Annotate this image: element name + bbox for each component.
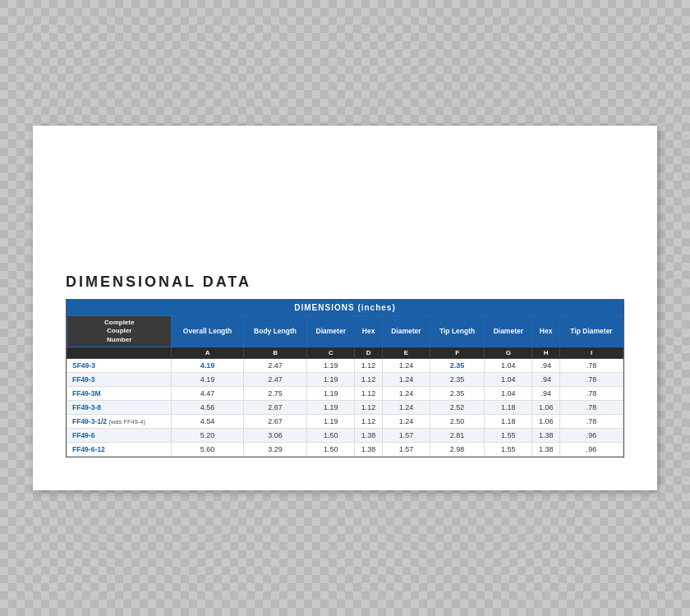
value-cell: 2.81 (430, 429, 485, 443)
value-cell: 1.24 (382, 373, 430, 387)
value-cell: 1.38 (532, 443, 560, 457)
value-cell: 1.55 (485, 443, 532, 457)
dimensional-table: CompleteCouplerNumber Overall Length Bod… (67, 315, 623, 457)
value-cell: 1.57 (382, 429, 430, 443)
coupler-name-cell: FF49-3M (67, 387, 172, 401)
value-cell: 1.18 (485, 415, 532, 429)
value-cell: 3.29 (243, 443, 307, 457)
value-cell: .78 (560, 359, 623, 373)
value-cell: 1.12 (355, 415, 383, 429)
value-cell: 1.55 (485, 429, 532, 443)
value-cell: 2.35 (430, 359, 485, 373)
value-cell: 1.12 (355, 373, 383, 387)
value-cell: 1.19 (307, 415, 355, 429)
value-cell: 2.52 (430, 401, 485, 415)
value-cell: 1.19 (307, 373, 355, 387)
value-cell: .96 (560, 429, 623, 443)
letter-i: I (560, 347, 623, 359)
value-cell: 1.06 (532, 401, 560, 415)
coupler-name-cell: SF49-3 (67, 359, 172, 373)
top-space (66, 150, 624, 274)
value-cell: 1.38 (355, 429, 383, 443)
col-header-diameter-c: Diameter (307, 315, 355, 347)
section-title: DIMENSIONAL DATA (66, 274, 624, 291)
value-cell: 4.54 (172, 415, 243, 429)
value-cell: 2.47 (243, 359, 307, 373)
value-cell: 2.47 (243, 373, 307, 387)
value-cell: 3.06 (243, 429, 307, 443)
col-header-hex-d: Hex (355, 315, 383, 347)
value-cell: .78 (560, 387, 623, 401)
value-cell: 4.19 (172, 373, 243, 387)
table-row: FF49-3-84.562.671.191.121.242.521.181.06… (67, 401, 623, 415)
col-header-tip-diameter: Tip Diameter (560, 315, 623, 347)
value-cell: 4.19 (172, 359, 243, 373)
col-header-overall-length: Overall Length (172, 315, 243, 347)
value-cell: 2.98 (430, 443, 485, 457)
table-row: FF49-3M4.472.751.191.121.242.351.04.94.7… (67, 387, 623, 401)
value-cell: 1.19 (307, 359, 355, 373)
table-row: FF49-6-125.603.291.501.381.572.981.551.3… (67, 443, 623, 457)
value-cell: 1.12 (355, 401, 383, 415)
column-letters-row: A B C D E F G H I (67, 347, 623, 359)
value-cell: 1.04 (485, 373, 532, 387)
value-cell: .94 (532, 373, 560, 387)
col-header-tip-length: Tip Length (430, 315, 485, 347)
value-cell: 1.24 (382, 415, 430, 429)
table-row: SF49-34.192.471.191.121.242.351.04.94.78 (67, 359, 623, 373)
col-header-hex-h: Hex (532, 315, 560, 347)
value-cell: .78 (560, 401, 623, 415)
data-table-wrapper: DIMENSIONS (inches) CompleteCouplerNumbe… (66, 299, 624, 457)
value-cell: 1.57 (382, 443, 430, 457)
value-cell: 1.12 (355, 359, 383, 373)
value-cell: 1.04 (485, 359, 532, 373)
value-cell: 2.35 (430, 387, 485, 401)
col-header-diameter-g: Diameter (485, 315, 532, 347)
value-cell: 4.47 (172, 387, 243, 401)
value-cell: 5.20 (172, 429, 243, 443)
value-cell: 1.50 (307, 429, 355, 443)
main-page: DIMENSIONAL DATA DIMENSIONS (inches) Com… (33, 126, 657, 490)
value-cell: .78 (560, 373, 623, 387)
letter-blank (67, 347, 172, 359)
value-cell: 1.19 (307, 401, 355, 415)
letter-c: C (307, 347, 355, 359)
letter-b: B (243, 347, 307, 359)
value-cell: 2.67 (243, 415, 307, 429)
value-cell: 2.67 (243, 401, 307, 415)
value-cell: 1.38 (532, 429, 560, 443)
coupler-name-cell: FF49-6 (67, 429, 172, 443)
col-header-coupler: CompleteCouplerNumber (67, 315, 172, 347)
letter-d: D (355, 347, 383, 359)
column-headers-row: CompleteCouplerNumber Overall Length Bod… (67, 315, 623, 347)
value-cell: 1.04 (485, 387, 532, 401)
table-row: FF49-65.203.061.501.381.572.811.551.38.9… (67, 429, 623, 443)
value-cell: 1.19 (307, 387, 355, 401)
value-cell: 1.12 (355, 387, 383, 401)
value-cell: 1.24 (382, 387, 430, 401)
value-cell: .78 (560, 415, 623, 429)
table-body: SF49-34.192.471.191.121.242.351.04.94.78… (67, 359, 623, 457)
coupler-name-cell: FF49-3-1/2 (was FF49-4) (67, 415, 172, 429)
letter-g: G (485, 347, 532, 359)
value-cell: 5.60 (172, 443, 243, 457)
value-cell: 1.38 (355, 443, 383, 457)
dimensions-header: DIMENSIONS (inches) (67, 300, 623, 315)
letter-e: E (382, 347, 430, 359)
value-cell: .94 (532, 359, 560, 373)
coupler-name-cell: FF49-3-8 (67, 401, 172, 415)
coupler-name-cell: FF49-3 (67, 373, 172, 387)
value-cell: 1.18 (485, 401, 532, 415)
table-row: FF49-3-1/2 (was FF49-4)4.542.671.191.121… (67, 415, 623, 429)
value-cell: 1.50 (307, 443, 355, 457)
letter-a: A (172, 347, 243, 359)
col-header-body-length: Body Length (243, 315, 307, 347)
coupler-name-cell: FF49-6-12 (67, 443, 172, 457)
letter-f: F (430, 347, 485, 359)
value-cell: 1.24 (382, 401, 430, 415)
value-cell: 1.24 (382, 359, 430, 373)
value-cell: 2.35 (430, 373, 485, 387)
value-cell: .96 (560, 443, 623, 457)
value-cell: 2.50 (430, 415, 485, 429)
table-row: FF49-34.192.471.191.121.242.351.04.94.78 (67, 373, 623, 387)
